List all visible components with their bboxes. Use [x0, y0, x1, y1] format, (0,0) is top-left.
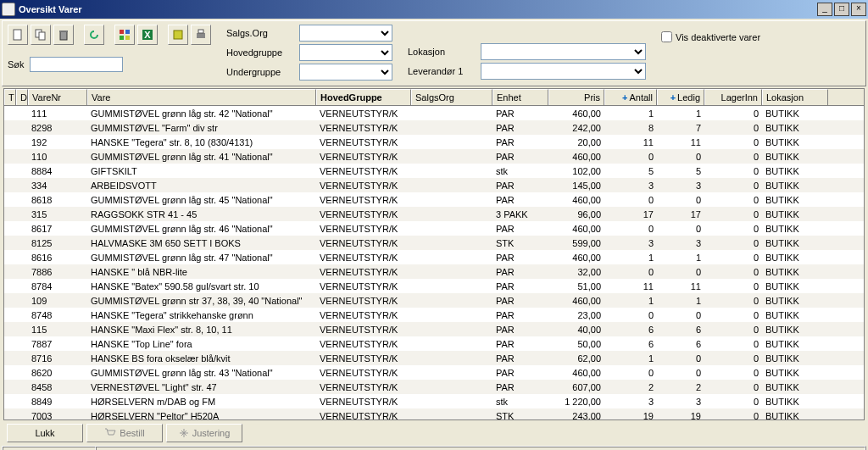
- table-row[interactable]: 8458VERNESTØVEL "Light" str. 47VERNEUTST…: [4, 380, 864, 394]
- grid-body[interactable]: 111GUMMISTØVEL grønn låg str. 42 "Nation…: [4, 106, 864, 419]
- status-valt: 0 Valt: [96, 447, 865, 450]
- col-lagerinn[interactable]: LagerInn: [704, 89, 762, 105]
- maximize-button[interactable]: □: [834, 3, 849, 16]
- table-row[interactable]: 7003HØRSELVERN "Peltor" H520AVERNEUTSTYR…: [4, 408, 864, 419]
- svg-rect-4: [59, 31, 68, 32]
- col-salgsorg[interactable]: SalgsOrg: [411, 89, 492, 105]
- grid-icon[interactable]: [114, 25, 135, 45]
- print-icon[interactable]: [191, 25, 211, 45]
- col-d[interactable]: D: [16, 89, 28, 105]
- plus-icon: +: [622, 92, 627, 103]
- justering-button[interactable]: Justering: [166, 424, 242, 442]
- svg-rect-8: [125, 36, 130, 40]
- lukk-button[interactable]: Lukk: [7, 424, 83, 442]
- undergruppe-label: Undergruppe: [226, 67, 294, 77]
- col-ledig[interactable]: +Ledig: [657, 89, 704, 105]
- salgsorg-label: Salgs.Org: [226, 28, 294, 38]
- col-lokasjon[interactable]: Lokasjon: [762, 89, 828, 105]
- deaktiverte-checkbox-row[interactable]: Vis deaktiverte varer: [661, 31, 760, 42]
- table-row[interactable]: 7887HANSKE "Top Line" foraVERNEUTSTYR/KP…: [4, 336, 864, 351]
- undergruppe-select[interactable]: [299, 64, 392, 81]
- svg-rect-3: [60, 31, 67, 40]
- statusbar: 1315 Linjer 0 Valt: [2, 446, 866, 450]
- bottom-buttons: Lukk Bestill Justering: [0, 420, 868, 446]
- book-icon[interactable]: [168, 25, 188, 45]
- table-row[interactable]: 8849HØRSELVERN m/DAB og FMVERNEUTSTYR/Ks…: [4, 394, 864, 408]
- copy-icon[interactable]: [31, 25, 51, 45]
- cart-icon: [104, 428, 116, 438]
- table-row[interactable]: 192HANSKE "Tegera" str. 8, 10 (830/4131)…: [4, 135, 864, 149]
- svg-rect-2: [39, 32, 45, 40]
- svg-rect-6: [125, 30, 130, 34]
- window-title: Oversikt Varer: [19, 4, 815, 14]
- table-row[interactable]: 315RAGGSOKK STR 41 - 45VERNEUTSTYR/K3 PA…: [4, 207, 864, 221]
- table-row[interactable]: 8748HANSKE "Tegera" strikkehanske grønnV…: [4, 308, 864, 322]
- svg-rect-5: [120, 30, 124, 34]
- salgsorg-select[interactable]: [299, 25, 392, 42]
- svg-text:X: X: [144, 30, 151, 40]
- table-row[interactable]: 8618GUMMISTØVEL grønn låg str. 45 "Natio…: [4, 192, 864, 207]
- col-antall[interactable]: +Antall: [604, 89, 657, 105]
- plus-icon: +: [670, 92, 676, 103]
- col-t[interactable]: T: [4, 89, 16, 105]
- table-row[interactable]: 334ARBEIDSVOTTVERNEUTSTYR/KPAR145,00330B…: [4, 178, 864, 192]
- refresh-icon[interactable]: [84, 25, 104, 45]
- delete-icon[interactable]: [53, 25, 74, 45]
- hovedgruppe-select[interactable]: [299, 44, 392, 61]
- status-linjer: 1315 Linjer: [3, 447, 96, 450]
- lokasjon-select[interactable]: [481, 43, 646, 60]
- deaktiverte-checkbox[interactable]: [661, 31, 672, 42]
- col-hovedgruppe[interactable]: HovedGruppe: [316, 89, 411, 105]
- data-grid: T D VareNr Vare HovedGruppe SalgsOrg Enh…: [3, 88, 865, 420]
- table-row[interactable]: 8617GUMMISTØVEL grønn låg str. 46 "Natio…: [4, 221, 864, 236]
- table-row[interactable]: 115HANSKE "Maxi Flex" str. 8, 10, 11VERN…: [4, 322, 864, 336]
- search-label: Søk: [8, 59, 25, 69]
- hovedgruppe-label: Hovedgruppe: [226, 47, 294, 58]
- col-pris[interactable]: Pris: [548, 89, 604, 105]
- svg-rect-7: [120, 36, 124, 40]
- lokasjon-label: Lokasjon: [408, 47, 476, 57]
- table-row[interactable]: 110GUMMISTØVEL grønn låg str. 41 "Nation…: [4, 149, 864, 164]
- toolbar-panel: X Søk Salgs.Org Hovedgruppe Undergruppe: [2, 20, 866, 86]
- deaktiverte-label: Vis deaktiverte varer: [676, 32, 760, 42]
- col-vare[interactable]: Vare: [87, 89, 316, 105]
- table-row[interactable]: 7886HANSKE " blå NBR-liteVERNEUTSTYR/KPA…: [4, 264, 864, 279]
- svg-rect-12: [197, 33, 205, 38]
- table-row[interactable]: 8884GIFTSKILTVERNEUTSTYR/Kstk102,00550BU…: [4, 164, 864, 178]
- titlebar: Oversikt Varer _ □ ×: [0, 0, 868, 19]
- leverandor-select[interactable]: [481, 63, 646, 80]
- close-button[interactable]: ×: [851, 3, 866, 16]
- table-row[interactable]: 8716HANSKE BS fora okselær blå/kvitVERNE…: [4, 351, 864, 365]
- table-row[interactable]: 111GUMMISTØVEL grønn låg str. 42 "Nation…: [4, 106, 864, 120]
- leverandor-label: Leverandør 1: [408, 66, 476, 76]
- new-icon[interactable]: [8, 25, 28, 45]
- app-icon: [2, 3, 15, 16]
- bestill-button[interactable]: Bestill: [86, 424, 163, 442]
- table-row[interactable]: 109GUMMISTØVEL grønn str 37, 38, 39, 40 …: [4, 293, 864, 308]
- table-row[interactable]: 8784HANSKE "Batex" 590.58 gul/svart str.…: [4, 279, 864, 293]
- table-row[interactable]: 8125HALVMASKE 3M 650 SETT I BOKSVERNEUTS…: [4, 236, 864, 250]
- search-input[interactable]: [30, 57, 123, 72]
- table-row[interactable]: 8298GUMMISTØVEL "Farm" div strVERNEUTSTY…: [4, 120, 864, 135]
- grid-header: T D VareNr Vare HovedGruppe SalgsOrg Enh…: [4, 89, 864, 106]
- adjust-icon: [179, 428, 189, 438]
- table-row[interactable]: 8620GUMMISTØVEL grønn låg str. 43 "Natio…: [4, 365, 864, 380]
- col-enhet[interactable]: Enhet: [492, 89, 548, 105]
- col-varenr[interactable]: VareNr: [28, 89, 87, 105]
- table-row[interactable]: 8616GUMMISTØVEL grønn låg str. 47 "Natio…: [4, 250, 864, 264]
- svg-rect-0: [14, 30, 21, 40]
- svg-rect-11: [174, 31, 182, 39]
- svg-rect-13: [198, 30, 203, 33]
- minimize-button[interactable]: _: [817, 3, 832, 16]
- excel-icon[interactable]: X: [137, 25, 158, 45]
